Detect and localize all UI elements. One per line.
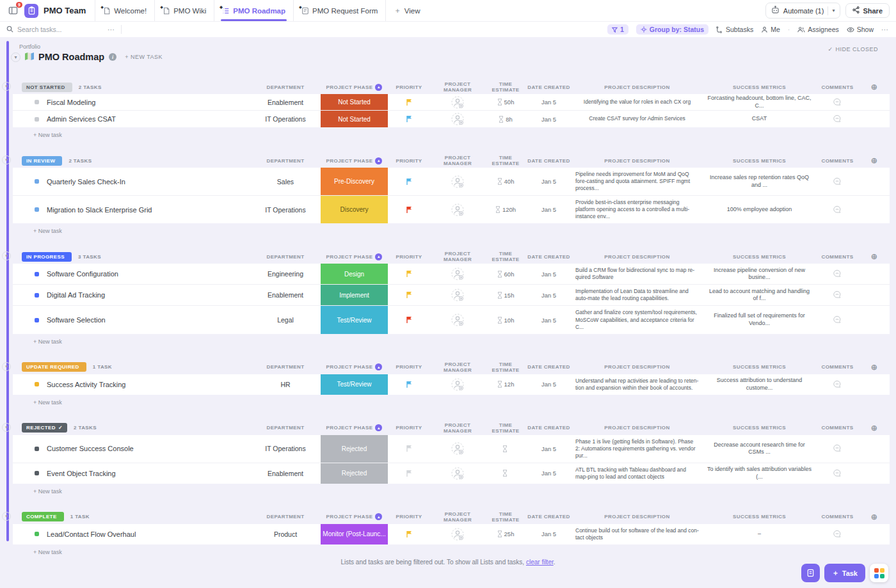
- column-header-department[interactable]: DEPARTMENT: [250, 254, 321, 260]
- status-badge[interactable]: IN REVIEW: [22, 156, 62, 166]
- column-header-phase[interactable]: PROJECT PHASE ▲: [321, 424, 388, 431]
- new-task-row-button[interactable]: + New task: [13, 223, 890, 234]
- share-button[interactable]: Share: [845, 3, 890, 18]
- priority-cell[interactable]: [388, 111, 430, 127]
- status-badge[interactable]: COMPLETE: [22, 512, 64, 521]
- column-header-created[interactable]: DATE CREATED: [526, 158, 572, 164]
- table-row[interactable]: Admin Services CSAT IT Operations Not St…: [13, 111, 890, 127]
- project-manager-cell[interactable]: [430, 524, 485, 544]
- column-header-created[interactable]: DATE CREATED: [526, 364, 572, 370]
- task-status-square[interactable]: [35, 179, 39, 184]
- column-header-time[interactable]: TIME ESTIMATE: [485, 81, 526, 93]
- status-badge[interactable]: UPDATE REQUIRED: [22, 362, 86, 372]
- task-status-square[interactable]: [35, 272, 39, 276]
- project-manager-cell[interactable]: [430, 196, 485, 223]
- tab-pmo-request-form[interactable]: ◆ PMO Request Form: [293, 0, 385, 21]
- automate-button[interactable]: Automate (1) ▾: [765, 3, 841, 19]
- description-cell[interactable]: Provide best-in-class enterprise messagi…: [572, 196, 703, 223]
- date-created-cell[interactable]: Jan 5: [541, 99, 556, 106]
- description-cell[interactable]: Continue build out for software of the l…: [572, 524, 703, 544]
- clear-filter-link[interactable]: clear filter: [526, 559, 554, 566]
- time-estimate-cell[interactable]: 10h: [497, 317, 515, 324]
- phase-cell[interactable]: Monitor (Post-Launc...: [321, 524, 388, 544]
- info-icon[interactable]: i: [109, 53, 116, 61]
- column-header-time[interactable]: TIME ESTIMATE: [485, 155, 526, 166]
- table-row[interactable]: Digital Ad Tracking Enablement Implement…: [13, 285, 890, 306]
- phase-cell[interactable]: Rejected: [321, 463, 388, 484]
- project-manager-cell[interactable]: [430, 168, 485, 195]
- column-header-department[interactable]: DEPARTMENT: [250, 84, 321, 90]
- project-manager-cell[interactable]: [430, 463, 485, 484]
- column-header-comments[interactable]: COMMENTS: [816, 84, 859, 90]
- column-header-metrics[interactable]: SUCCESS METRICS: [703, 254, 816, 260]
- task-status-square[interactable]: [35, 447, 39, 451]
- phase-cell[interactable]: Rejected: [321, 435, 388, 463]
- column-header-priority[interactable]: PRIORITY: [388, 84, 430, 90]
- collapse-list-button[interactable]: ▾: [11, 52, 20, 62]
- time-estimate-cell[interactable]: 60h: [497, 271, 515, 278]
- date-created-cell[interactable]: Jan 5: [541, 206, 556, 213]
- phase-cell[interactable]: Implement: [321, 285, 388, 305]
- priority-cell[interactable]: [388, 306, 430, 333]
- new-task-row-button[interactable]: + New task: [13, 395, 890, 406]
- comments-cell[interactable]: [816, 463, 859, 484]
- date-created-cell[interactable]: Jan 5: [541, 530, 556, 537]
- tab-welcome[interactable]: ◆ Welcome!: [95, 0, 154, 21]
- task-name[interactable]: Admin Services CSAT: [47, 115, 116, 123]
- comments-cell[interactable]: [816, 374, 859, 395]
- time-estimate-cell[interactable]: 15h: [497, 292, 515, 299]
- column-header-priority[interactable]: PRIORITY: [388, 364, 430, 370]
- phase-cell[interactable]: Not Started: [321, 111, 388, 127]
- new-task-row-button[interactable]: + New task: [13, 484, 890, 495]
- description-cell[interactable]: Implementation of Lean Data to streamlin…: [572, 285, 703, 305]
- task-name[interactable]: Quarterly Sales Check-In: [47, 178, 125, 186]
- column-header-priority[interactable]: PRIORITY: [388, 425, 430, 431]
- time-estimate-cell[interactable]: 25h: [497, 530, 515, 537]
- table-row[interactable]: Software Selection Legal Test/Review 10h…: [13, 306, 890, 333]
- sort-asc-icon[interactable]: ▲: [375, 363, 382, 370]
- table-row[interactable]: Migration to Slack Enterprise Grid IT Op…: [13, 196, 890, 223]
- column-header-manager[interactable]: PROJECT MANAGER: [430, 422, 485, 434]
- column-header-department[interactable]: DEPARTMENT: [250, 364, 321, 370]
- priority-cell[interactable]: [388, 94, 430, 110]
- table-row[interactable]: Quarterly Sales Check-In Sales Pre-Disco…: [13, 168, 890, 196]
- project-manager-cell[interactable]: [430, 306, 485, 333]
- column-header-metrics[interactable]: SUCCESS METRICS: [703, 364, 816, 370]
- column-header-metrics[interactable]: SUCCESS METRICS: [703, 514, 816, 520]
- search-box[interactable]: [6, 26, 102, 34]
- column-header-metrics[interactable]: SUCCESS METRICS: [703, 158, 816, 164]
- date-created-cell[interactable]: Jan 5: [541, 381, 556, 388]
- phase-cell[interactable]: Pre-Discovery: [321, 168, 388, 195]
- docs-fab-button[interactable]: [801, 564, 820, 582]
- column-header-time[interactable]: TIME ESTIMATE: [485, 511, 526, 523]
- success-metrics-cell[interactable]: Decrease account research time for CSMs …: [703, 435, 816, 463]
- department-cell[interactable]: Product: [250, 524, 321, 544]
- add-column-button[interactable]: ⊕: [871, 363, 877, 372]
- column-header-phase[interactable]: PROJECT PHASE ▲: [321, 84, 388, 91]
- new-task-row-button[interactable]: + New task: [13, 544, 890, 555]
- department-cell[interactable]: IT Operations: [250, 435, 321, 463]
- phase-cell[interactable]: Discovery: [321, 196, 388, 223]
- phase-cell[interactable]: Design: [321, 264, 388, 284]
- toolbar-more-icon[interactable]: ⋯: [881, 26, 890, 34]
- column-header-description[interactable]: PROJECT DESCRIPTION: [572, 158, 703, 164]
- apps-widget-button[interactable]: [870, 564, 888, 582]
- add-column-button[interactable]: ⊕: [871, 513, 877, 521]
- description-cell[interactable]: Identifying the value for roles in each …: [572, 94, 703, 110]
- description-cell[interactable]: Pipeline needs improvement for MoM and Q…: [572, 168, 703, 195]
- success-metrics-cell[interactable]: To identify with sales attribution varia…: [703, 463, 816, 484]
- column-header-description[interactable]: PROJECT DESCRIPTION: [572, 84, 703, 90]
- date-created-cell[interactable]: Jan 5: [541, 178, 556, 185]
- task-status-square[interactable]: [35, 471, 39, 475]
- success-metrics-cell[interactable]: Finalized full set of requirements for V…: [703, 306, 816, 333]
- priority-cell[interactable]: [388, 374, 430, 395]
- column-header-department[interactable]: DEPARTMENT: [250, 425, 321, 431]
- collapse-group-button[interactable]: ▾: [2, 155, 11, 164]
- column-header-created[interactable]: DATE CREATED: [526, 425, 572, 431]
- column-header-phase[interactable]: PROJECT PHASE ▲: [321, 513, 388, 520]
- department-cell[interactable]: Enablement: [250, 463, 321, 484]
- new-task-button[interactable]: + NEW TASK: [125, 54, 163, 60]
- task-name[interactable]: Success Activity Tracking: [47, 381, 126, 388]
- priority-cell[interactable]: [388, 168, 430, 195]
- comments-cell[interactable]: [816, 306, 859, 333]
